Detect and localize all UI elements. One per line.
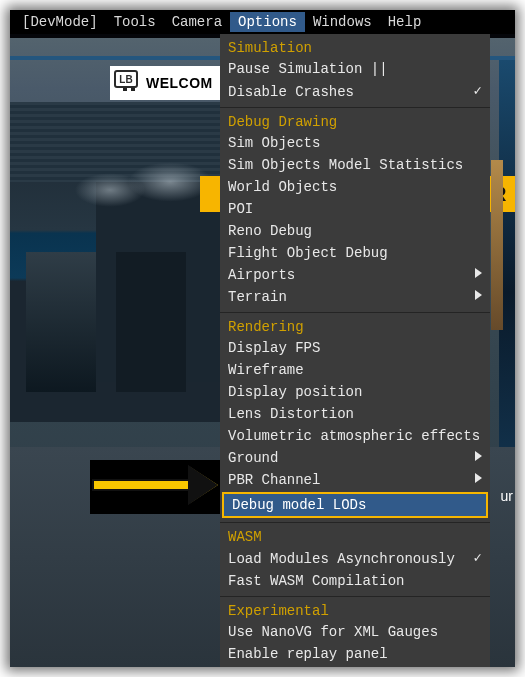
divider (220, 107, 490, 108)
highlighted-item-wrap: Debug model LODs (222, 492, 488, 518)
item-airports[interactable]: Airports (220, 264, 490, 286)
item-sim-objects-stats[interactable]: Sim Objects Model Statistics (220, 154, 490, 176)
item-pbr-channel[interactable]: PBR Channel (220, 469, 490, 491)
item-flight-object-debug[interactable]: Flight Object Debug (220, 242, 490, 264)
item-display-fps[interactable]: Display FPS (220, 337, 490, 359)
check-icon (468, 549, 482, 568)
submenu-arrow-icon (469, 449, 482, 467)
section-debug-drawing: Debug Drawing (220, 112, 490, 132)
section-wasm: WASM (220, 527, 490, 547)
item-label: Display FPS (228, 339, 320, 357)
item-disable-crashes[interactable]: Disable Crashes (220, 80, 490, 103)
arrow-backdrop (90, 460, 224, 514)
divider (220, 522, 490, 523)
item-display-position[interactable]: Display position (220, 381, 490, 403)
menu-bar: [DevMode] Tools Camera Options Windows H… (10, 10, 515, 34)
item-label: POI (228, 200, 253, 218)
menu-camera[interactable]: Camera (164, 12, 230, 32)
item-label: Wireframe (228, 361, 304, 379)
item-label: Debug model LODs (232, 496, 366, 514)
item-label: Lens Distortion (228, 405, 354, 423)
item-fast-wasm-compilation[interactable]: Fast WASM Compilation (220, 570, 490, 592)
item-label: Sim Objects (228, 134, 320, 152)
app-window: R JOURNEY H R WELCOM LB ur [DevMode] Too… (10, 10, 515, 667)
item-lens-distortion[interactable]: Lens Distortion (220, 403, 490, 425)
item-wireframe[interactable]: Wireframe (220, 359, 490, 381)
item-label: Sim Objects Model Statistics (228, 156, 463, 174)
item-label: Ground (228, 449, 278, 467)
section-simulation: Simulation (220, 38, 490, 58)
menu-windows[interactable]: Windows (305, 12, 380, 32)
item-poi[interactable]: POI (220, 198, 490, 220)
item-label: World Objects (228, 178, 337, 196)
lb-badge: LB (114, 70, 138, 88)
item-pause-simulation[interactable]: Pause Simulation || (220, 58, 490, 80)
item-sim-objects[interactable]: Sim Objects (220, 132, 490, 154)
item-load-modules-async[interactable]: Load Modules Asynchronously (220, 547, 490, 570)
item-label: Disable Crashes (228, 83, 354, 101)
check-icon (468, 82, 482, 101)
item-enable-replay-panel[interactable]: Enable replay panel (220, 643, 490, 665)
item-label: Flight Object Debug (228, 244, 388, 262)
item-ground[interactable]: Ground (220, 447, 490, 469)
divider (220, 596, 490, 597)
menu-options[interactable]: Options (230, 12, 305, 32)
item-nanovg-xml-gauges[interactable]: Use NanoVG for XML Gauges (220, 621, 490, 643)
menu-help[interactable]: Help (380, 12, 430, 32)
item-label: Display position (228, 383, 362, 401)
submenu-arrow-icon (469, 471, 482, 489)
item-label: Use NanoVG for XML Gauges (228, 623, 438, 641)
item-volumetric-atmos[interactable]: Volumetric atmospheric effects (220, 425, 490, 447)
item-reno-debug[interactable]: Reno Debug (220, 220, 490, 242)
item-label: Airports (228, 266, 295, 284)
submenu-arrow-icon (469, 288, 482, 306)
options-dropdown: Simulation Pause Simulation || Disable C… (220, 34, 490, 667)
item-label: Terrain (228, 288, 287, 306)
menu-devmode[interactable]: [DevMode] (14, 12, 106, 32)
section-rendering: Rendering (220, 317, 490, 337)
item-debug-model-lods[interactable]: Debug model LODs (224, 494, 486, 516)
item-label: Volumetric atmospheric effects (228, 427, 480, 445)
submenu-arrow-icon (469, 266, 482, 284)
item-world-objects[interactable]: World Objects (220, 176, 490, 198)
section-experimental: Experimental (220, 601, 490, 621)
side-text-fragment: ur (501, 488, 513, 504)
welcome-label: WELCOM (146, 75, 213, 91)
menu-tools[interactable]: Tools (106, 12, 164, 32)
divider (220, 312, 490, 313)
item-label: Fast WASM Compilation (228, 572, 404, 590)
side-stripe (491, 160, 503, 330)
item-label: PBR Channel (228, 471, 320, 489)
item-label: Pause Simulation || (228, 60, 388, 78)
item-label: Enable replay panel (228, 645, 388, 663)
item-label: Reno Debug (228, 222, 312, 240)
item-label: Load Modules Asynchronously (228, 550, 455, 568)
item-terrain[interactable]: Terrain (220, 286, 490, 308)
